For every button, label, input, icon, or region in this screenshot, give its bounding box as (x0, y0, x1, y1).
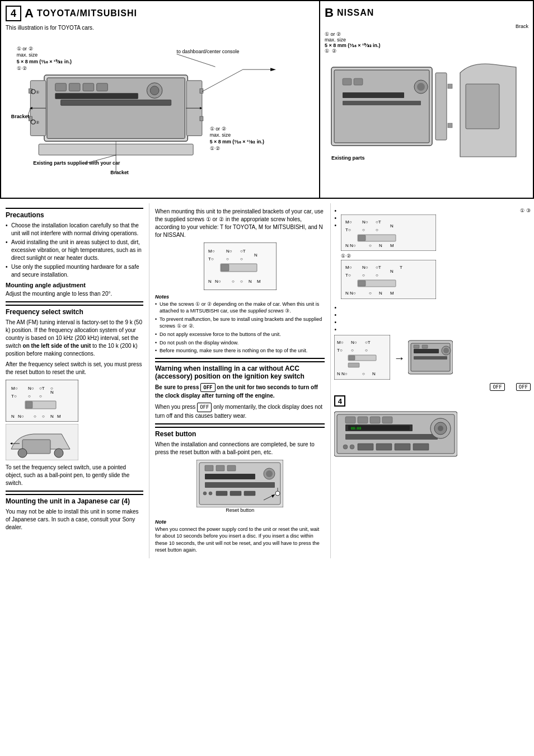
svg-rect-156 (414, 349, 439, 353)
svg-text:T○: T○ (345, 227, 351, 232)
svg-point-161 (443, 348, 449, 353)
left-column: Precautions Choose the installation loca… (0, 203, 149, 558)
svg-text:M○: M○ (11, 386, 18, 391)
section-title-b: NISSAN (337, 8, 374, 18)
svg-text:N: N (208, 279, 212, 284)
precaution-item-3: Use only the supplied mounting hardware … (6, 263, 143, 279)
japanese-car-body: You may not be able to install this unit… (6, 508, 143, 531)
svg-text:N○: N○ (18, 414, 24, 419)
notes-list: Use the screws ① or ② depending on the m… (155, 301, 325, 354)
svg-rect-11 (83, 83, 94, 91)
note-2: To prevent malfunction, be sure to insta… (155, 316, 325, 330)
svg-text:M○: M○ (345, 265, 352, 270)
svg-text:Bracket: Bracket (110, 170, 129, 175)
svg-text:① or ②: ① or ② (210, 126, 226, 132)
svg-rect-97 (205, 474, 255, 479)
precautions-heading: Precautions (6, 208, 143, 219)
svg-text:T: T (400, 265, 402, 270)
svg-text:N: N (50, 390, 54, 395)
svg-point-174 (350, 445, 354, 449)
svg-text:N: N (390, 223, 394, 228)
svg-rect-7 (47, 78, 185, 138)
reset-diagram (196, 460, 283, 507)
svg-text:○: ○ (376, 227, 378, 232)
section-b-header: B NISSAN (325, 6, 528, 20)
right-unit-diagram-container: 4 (334, 395, 531, 460)
svg-rect-177 (395, 444, 410, 450)
off-button-right-2: OFF (516, 383, 531, 391)
svg-text:Existing parts supplied with y: Existing parts supplied with your car (33, 160, 120, 166)
svg-text:M: M (390, 291, 394, 296)
section-a-header: 4 A TOYOTA/MITSUBISHI (6, 6, 315, 21)
note-5: Before mounting, make sure there is noth… (155, 347, 325, 354)
svg-text:Existing parts: Existing parts (331, 155, 365, 161)
svg-rect-51 (435, 73, 447, 140)
section-letter-b: B (325, 6, 334, 20)
svg-text:○: ○ (369, 243, 372, 248)
right-diagram-2: M○ N○ ○T T○ ○ ○ N T N N○ ○ N M (341, 260, 436, 299)
svg-text:N○: N○ (28, 386, 34, 391)
section-a: 4 A TOYOTA/MITSUBISHI This illustration … (1, 1, 320, 198)
svg-rect-150 (348, 363, 359, 367)
bottom-note-label: Note (155, 519, 325, 526)
svg-text:N: N (390, 269, 394, 274)
svg-text:○: ○ (362, 371, 365, 376)
svg-rect-164 (345, 434, 438, 440)
svg-text:T○: T○ (11, 394, 17, 399)
reset-body: When the installation and connections ar… (155, 441, 325, 456)
precaution-item-1: Choose the installation location careful… (6, 222, 143, 237)
svg-text:N: N (50, 414, 54, 419)
svg-marker-42 (270, 68, 276, 71)
off-button-right-1: OFF (490, 383, 504, 391)
svg-text:○: ○ (34, 414, 36, 419)
svg-text:○: ○ (240, 279, 243, 284)
svg-rect-66 (26, 402, 32, 408)
svg-text:①  ②: ① ② (17, 66, 27, 71)
svg-text:M○: M○ (208, 249, 215, 254)
svg-rect-15 (55, 94, 138, 99)
section-letter-a: A (25, 6, 34, 21)
precaution-item-2: Avoid installing the unit in areas subje… (6, 239, 143, 262)
svg-text:○: ○ (240, 256, 243, 262)
svg-text:①: ① (36, 90, 39, 94)
freq-diagram-container: M○ T○ N○ ○T ○ ○ ○ N N N○ ○ ○ N M (6, 380, 143, 460)
svg-rect-53 (448, 123, 452, 128)
svg-text:max. size: max. size (17, 52, 38, 58)
svg-text:N○: N○ (362, 220, 368, 225)
svg-text:T○: T○ (208, 256, 214, 262)
illustration-caption: This illustration is for TOYOTA cars. (6, 25, 315, 31)
mounting-angle-text: Adjust the mounting angle to less than 2… (6, 290, 143, 298)
freq-caption: To set the frequency select switch, use … (6, 464, 143, 487)
svg-rect-87 (221, 264, 229, 271)
svg-text:②: ② (36, 120, 39, 124)
svg-rect-121 (358, 235, 366, 241)
svg-line-5 (177, 54, 216, 67)
right-diagram-1: M○ N○ ○T T○ ○ ○ N N N○ ○ N M (341, 214, 436, 251)
svg-rect-111 (244, 491, 255, 496)
right-top-diagrams: ① ③ M○ N○ ○T T○ ○ ○ N N N○ ○ N M (341, 208, 531, 301)
svg-text:○T: ○T (376, 265, 381, 270)
section-a-diagram: ① or ② max. size 5 × 8 mm (³⁄₁₆ × ¹⁹⁄₃₂ … (6, 35, 315, 192)
svg-line-40 (202, 69, 243, 91)
svg-text:N○: N○ (215, 279, 221, 284)
middle-column: When mounting this unit to the preinstal… (149, 203, 331, 558)
right-unit-final: 00:00 (334, 409, 457, 459)
svg-rect-158 (414, 345, 419, 348)
svg-text:○: ○ (39, 394, 42, 399)
svg-point-50 (417, 83, 425, 91)
warning-bold-text: Be sure to press OFF on the unit for two… (155, 383, 325, 400)
svg-rect-21 (200, 116, 203, 121)
selector-diagram-container: M○ N○ ○T T○ ○ ○ N N N○ ○ ○ N M (155, 242, 325, 290)
section-b: B NISSAN Brack ① or ② max. size 5 × 8 mm… (320, 1, 533, 198)
svg-rect-110 (230, 491, 241, 496)
bottom-note: Note When you connect the power supply c… (155, 519, 325, 554)
svg-text:00:00: 00:00 (351, 426, 361, 430)
svg-rect-167 (358, 417, 368, 423)
svg-rect-52 (448, 84, 452, 88)
svg-rect-100 (227, 465, 236, 471)
svg-text:M○: M○ (337, 340, 344, 345)
svg-rect-96 (205, 482, 275, 488)
svg-text:N○: N○ (351, 340, 357, 345)
section-number: 4 (6, 6, 21, 21)
svg-rect-8 (61, 100, 171, 105)
